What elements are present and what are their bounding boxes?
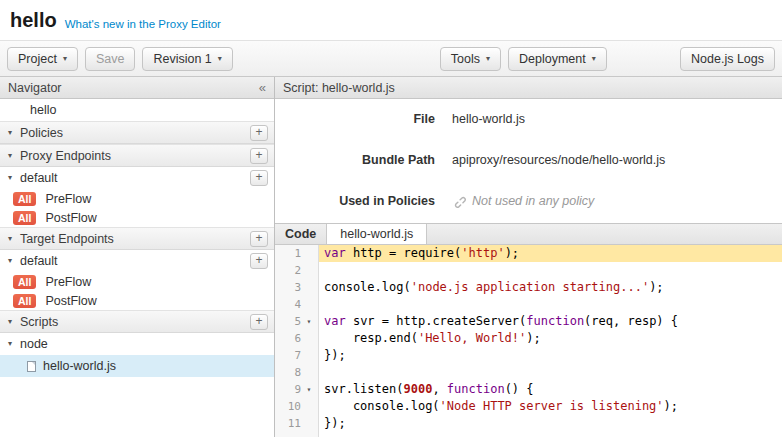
file-value: hello-world.js [452, 112, 525, 126]
line-number: 6 [275, 330, 319, 347]
code-editor[interactable]: 1var http = require('http');23console.lo… [275, 245, 782, 437]
proxy-endpoint-default[interactable]: ▾ default + [0, 167, 274, 189]
save-button[interactable]: Save [85, 47, 136, 71]
code-header: Code hello-world.js [275, 223, 782, 245]
deployment-dropdown-button[interactable]: Deployment ▾ [508, 47, 607, 71]
code-line[interactable]: 10 console.log('Node HTTP server is list… [275, 398, 782, 415]
project-dropdown-button[interactable]: Project ▾ [7, 47, 78, 71]
content: Navigator « hello ▾ Policies + ▾ Proxy E… [0, 77, 782, 437]
all-badge: All [13, 192, 36, 206]
chevron-down-icon: ▾ [486, 55, 490, 63]
triangle-down-icon: ▾ [8, 174, 20, 182]
target-endpoint-default[interactable]: ▾ default + [0, 250, 274, 272]
code-line[interactable]: 4 [275, 296, 782, 313]
code-line[interactable]: 2 [275, 262, 782, 279]
code-line[interactable]: 9▾svr.listen(9000, function() { [275, 381, 782, 398]
section-scripts[interactable]: ▾ Scripts + [0, 310, 274, 333]
used-in-policies-field: Used in Policies Not used in any policy [275, 194, 782, 208]
top-header: hello What's new in the Proxy Editor [0, 0, 782, 40]
code-line[interactable]: 6 resp.end('Hello, World!'); [275, 330, 782, 347]
file-field: File hello-world.js [275, 112, 782, 126]
collapse-sidebar-icon[interactable]: « [259, 81, 266, 94]
line-number: 5▾ [275, 313, 319, 330]
all-badge: All [13, 294, 36, 308]
triangle-down-icon: ▾ [8, 318, 20, 326]
script-panel: Script: hello-world.js File hello-world.… [275, 77, 782, 437]
code-line[interactable]: 8 [275, 364, 782, 381]
bundle-path-field: Bundle Path apiproxy/resources/node/hell… [275, 153, 782, 167]
line-number: 4 [275, 296, 319, 313]
proxy-postflow-item[interactable]: All PostFlow [0, 208, 274, 227]
script-panel-header: Script: hello-world.js [275, 77, 782, 99]
navigator-title: Navigator [8, 81, 62, 95]
bundle-path-value: apiproxy/resources/node/hello-world.js [452, 153, 665, 167]
add-policy-button[interactable]: + [250, 125, 268, 141]
whats-new-link[interactable]: What's new in the Proxy Editor [65, 18, 221, 30]
add-flow-button[interactable]: + [250, 253, 268, 269]
line-number: 10 [275, 398, 319, 415]
section-proxy-endpoints[interactable]: ▾ Proxy Endpoints + [0, 144, 274, 167]
code-line[interactable]: 11}); [275, 415, 782, 432]
add-flow-button[interactable]: + [250, 170, 268, 186]
section-target-endpoints[interactable]: ▾ Target Endpoints + [0, 227, 274, 250]
triangle-down-icon: ▾ [8, 235, 20, 243]
broken-link-icon [452, 194, 466, 208]
toolbar: Project ▾ Save Revision 1 ▾ Tools ▾ Depl… [0, 40, 782, 77]
section-policies[interactable]: ▾ Policies + [0, 121, 274, 144]
code-line[interactable]: 1var http = require('http'); [275, 245, 782, 262]
proxy-preflow-item[interactable]: All PreFlow [0, 189, 274, 208]
used-in-policies-label: Used in Policies [275, 194, 435, 208]
used-in-policies-value: Not used in any policy [452, 194, 594, 208]
line-number: 2 [275, 262, 319, 279]
triangle-down-icon: ▾ [8, 152, 20, 160]
line-number: 1 [275, 245, 319, 262]
line-number: 11 [275, 415, 319, 432]
all-badge: All [13, 275, 36, 289]
code-lines: 1var http = require('http');23console.lo… [275, 245, 782, 432]
line-number: 8 [275, 364, 319, 381]
line-number: 9▾ [275, 381, 319, 398]
target-preflow-item[interactable]: All PreFlow [0, 272, 274, 291]
add-proxy-endpoint-button[interactable]: + [250, 148, 268, 164]
nav-item-hello[interactable]: hello [0, 99, 274, 121]
line-number: 3 [275, 279, 319, 296]
bundle-path-label: Bundle Path [275, 153, 435, 167]
page-title: hello [10, 10, 57, 30]
code-line[interactable]: 7}); [275, 347, 782, 364]
all-badge: All [13, 211, 36, 225]
chevron-down-icon: ▾ [592, 55, 596, 63]
file-icon [27, 361, 36, 372]
nodejs-logs-button[interactable]: Node.js Logs [680, 47, 775, 71]
file-label: File [275, 112, 435, 126]
fold-arrow-icon[interactable]: ▾ [301, 381, 317, 398]
target-postflow-item[interactable]: All PostFlow [0, 291, 274, 310]
code-tab-hello-world[interactable]: hello-world.js [326, 224, 427, 244]
scripts-node-group[interactable]: ▾ node [0, 333, 274, 355]
code-line[interactable]: 5▾var svr = http.createServer(function(r… [275, 313, 782, 330]
revision-dropdown-button[interactable]: Revision 1 ▾ [142, 47, 232, 71]
proxy-editor-app: hello What's new in the Proxy Editor Pro… [0, 0, 782, 437]
add-script-button[interactable]: + [250, 314, 268, 330]
navigator-header: Navigator « [0, 77, 274, 99]
triangle-down-icon: ▾ [8, 340, 20, 348]
triangle-down-icon: ▾ [8, 257, 20, 265]
script-details: File hello-world.js Bundle Path apiproxy… [275, 99, 782, 223]
line-number: 7 [275, 347, 319, 364]
navigator: Navigator « hello ▾ Policies + ▾ Proxy E… [0, 77, 275, 437]
code-line[interactable]: 3console.log('node.js application starti… [275, 279, 782, 296]
triangle-down-icon: ▾ [8, 129, 20, 137]
chevron-down-icon: ▾ [218, 55, 222, 63]
script-file-hello-world[interactable]: hello-world.js [0, 355, 274, 377]
fold-arrow-icon[interactable]: ▾ [301, 313, 317, 330]
chevron-down-icon: ▾ [63, 55, 67, 63]
add-target-endpoint-button[interactable]: + [250, 231, 268, 247]
tools-dropdown-button[interactable]: Tools ▾ [440, 47, 501, 71]
code-label: Code [275, 224, 326, 244]
